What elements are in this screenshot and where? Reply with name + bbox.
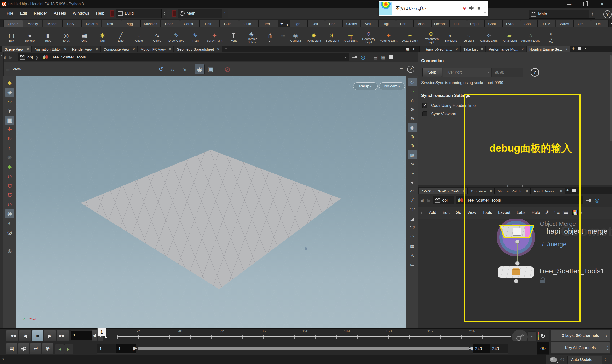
close-icon[interactable]: × bbox=[456, 47, 458, 51]
shelf-tab[interactable]: Const... bbox=[180, 20, 200, 27]
channel-scope-button[interactable]: ∿ ∿ bbox=[537, 342, 549, 355]
viewport-tool[interactable]: ✳ bbox=[5, 153, 14, 162]
viewport-display-tool[interactable]: ◉ bbox=[408, 123, 417, 132]
viewport-tool[interactable]: ▣ bbox=[5, 116, 14, 125]
shelf-menu-icon[interactable]: ▼ bbox=[286, 24, 288, 26]
shelf-tab[interactable]: Model bbox=[43, 20, 62, 27]
audio-button[interactable] bbox=[18, 343, 29, 354]
recook-icon[interactable]: ↻ bbox=[560, 356, 565, 363]
range-end-button[interactable]: ▶ bbox=[64, 344, 73, 354]
shelf-tool[interactable]: ✎ Draw Curve bbox=[166, 28, 186, 45]
viewport-tool[interactable]: Ω bbox=[5, 172, 14, 181]
shelf-tool[interactable]: ▮ Tube bbox=[39, 28, 57, 45]
pane-tab[interactable]: Composite View × bbox=[101, 46, 137, 52]
heart-icon[interactable]: ♥ bbox=[463, 6, 466, 11]
pane-tab[interactable]: Animation Editor × bbox=[32, 46, 69, 52]
follow-target-icon[interactable]: ◎ bbox=[361, 54, 365, 60]
port-mode-dropdown[interactable]: TCP Port ▼ bbox=[443, 68, 492, 77]
maximize-button[interactable] bbox=[580, 0, 591, 8]
follow-target-icon[interactable]: ◎ bbox=[595, 197, 599, 203]
stop-button[interactable]: ■ bbox=[32, 330, 43, 341]
shelf-tool[interactable]: ✶ Spot Light bbox=[323, 28, 341, 45]
viewport-tool[interactable]: ◐ bbox=[5, 219, 14, 227]
spinner-icon[interactable]: ▲▼ bbox=[161, 9, 167, 18]
pane-tab[interactable]: Performance Mo... × bbox=[486, 46, 526, 52]
viewport-display-tool[interactable]: ◢ bbox=[408, 214, 417, 223]
shelf-tab[interactable]: Create bbox=[3, 20, 23, 27]
shelf-tool[interactable]: ◈ Platonic Solids bbox=[243, 28, 261, 45]
menu-item[interactable]: File bbox=[3, 11, 16, 16]
tray-collapse-icon[interactable]: ▼ bbox=[2, 358, 5, 361]
playback-start-input[interactable]: 1 bbox=[116, 344, 136, 354]
menu-scroll-icon[interactable]: ◀ bbox=[420, 211, 422, 214]
viewport-display-tool[interactable]: ∩ bbox=[408, 96, 417, 104]
pane-tab[interactable]: __hapi_object_m... × bbox=[419, 46, 460, 52]
shelf-tab[interactable]: Coll... bbox=[307, 20, 325, 27]
range-slider-right-handle[interactable]: ◀ bbox=[469, 345, 473, 351]
pane-link-badge[interactable] bbox=[110, 10, 114, 16]
keyframe-refresh-button[interactable]: ↻ bbox=[537, 330, 549, 342]
link-pane-icon[interactable]: ▦ bbox=[381, 55, 385, 60]
spinner-down-icon[interactable]: ▼ bbox=[604, 360, 606, 362]
pane-tab[interactable]: Geometry Spreadsheet × bbox=[174, 46, 222, 52]
global-end-input[interactable]: 240 bbox=[490, 344, 508, 354]
pane-menu-icon[interactable]: ▼ bbox=[412, 48, 415, 50]
shelf-tool[interactable]: ⋔ L- bbox=[261, 28, 279, 45]
persp-view-badge[interactable]: Persp ▾ bbox=[353, 82, 378, 90]
shelf-tool[interactable]: ✦ Spray Paint bbox=[205, 28, 224, 45]
menu-scroll-icon[interactable]: ▶ bbox=[581, 211, 583, 214]
keys-status[interactable]: 0 keys, 0/0 channels ▲ bbox=[551, 330, 610, 341]
overlay-restore-icon[interactable] bbox=[484, 10, 486, 13]
viewport-tool[interactable]: ▱ bbox=[5, 97, 14, 106]
shelf-tab[interactable]: Deform bbox=[82, 20, 101, 27]
shelf-tab[interactable]: Hair... bbox=[200, 20, 219, 27]
shelf-tab[interactable]: FEM bbox=[538, 20, 555, 27]
no-entry-icon[interactable]: ⊘ bbox=[224, 65, 230, 74]
pin-icon[interactable] bbox=[586, 199, 591, 202]
maximize-pane-icon[interactable] bbox=[389, 55, 393, 59]
shelf-tab[interactable]: Popu... bbox=[467, 20, 484, 27]
shelf-tab[interactable]: Vell... bbox=[361, 20, 378, 27]
range-slider-left-handle[interactable]: ▶ bbox=[133, 345, 137, 351]
shelf-tool[interactable]: ╱ Line bbox=[112, 28, 130, 45]
close-icon[interactable]: × bbox=[27, 47, 29, 51]
shelf-tool[interactable]: ∿ Curve bbox=[148, 28, 166, 45]
viewport-display-tool[interactable]: ⊗ bbox=[408, 105, 417, 114]
shelf-tab[interactable]: Oceans bbox=[431, 20, 449, 27]
viewport-display-tool[interactable]: 12 bbox=[408, 223, 417, 232]
jump-to-end-button[interactable]: ▶▶ bbox=[57, 330, 69, 341]
shelf-tool[interactable]: T Font bbox=[224, 28, 243, 45]
menu-item[interactable]: Edit bbox=[16, 11, 30, 16]
playhead-flag[interactable]: 1 bbox=[97, 328, 106, 336]
shelf-tool[interactable]: ◊ Geometry Light bbox=[360, 28, 378, 45]
menu-item[interactable]: Edit bbox=[440, 210, 453, 215]
shelf-tab[interactable]: Riggi... bbox=[121, 20, 141, 27]
viewport-display-tool[interactable]: ◠ bbox=[408, 187, 417, 195]
menu-item[interactable]: Go bbox=[453, 210, 464, 215]
spinner-down-icon[interactable]: ▼ bbox=[607, 348, 609, 351]
no-cam-badge[interactable]: No cam ▾ bbox=[379, 82, 405, 90]
current-frame-input[interactable]: 1 bbox=[71, 330, 92, 340]
menu-item[interactable]: Add bbox=[426, 210, 439, 215]
shelf-tool[interactable]: ✺ Point Light bbox=[305, 28, 323, 45]
viewport-display-tool[interactable]: ╱ bbox=[408, 196, 417, 205]
context-label[interactable]: obj bbox=[27, 55, 33, 60]
pin-icon[interactable] bbox=[352, 56, 357, 59]
shelf-divider-grip[interactable]: ⣿⣿ bbox=[281, 35, 285, 38]
close-icon[interactable]: × bbox=[565, 47, 567, 51]
back-icon[interactable]: ◀ bbox=[420, 198, 424, 203]
timeline-ruler[interactable]: 244872961201441681922162 bbox=[117, 328, 511, 342]
jump-to-start-button[interactable]: ◀◀ bbox=[6, 330, 18, 341]
new-tab-icon[interactable]: + bbox=[572, 46, 575, 51]
shelf-tab[interactable]: Grains bbox=[343, 20, 360, 27]
viewport-display-tool[interactable]: ● bbox=[408, 178, 417, 186]
viewport-display-tool[interactable]: ∞ bbox=[408, 160, 417, 168]
shelf-tool[interactable]: ▰ Portal Light bbox=[500, 28, 519, 45]
close-button[interactable]: × bbox=[597, 0, 608, 8]
shelf-tab[interactable]: Part... bbox=[325, 20, 343, 27]
collapse-icon[interactable]: ▲ bbox=[605, 334, 608, 337]
path-field[interactable]: obj ❯ Tree_Scatter_Tools ▼ bbox=[18, 53, 349, 61]
menu-item[interactable]: Help bbox=[92, 11, 108, 16]
playbar-display-button[interactable]: ▤ bbox=[6, 343, 17, 354]
path-dropdown-icon[interactable]: ▼ bbox=[344, 56, 347, 59]
